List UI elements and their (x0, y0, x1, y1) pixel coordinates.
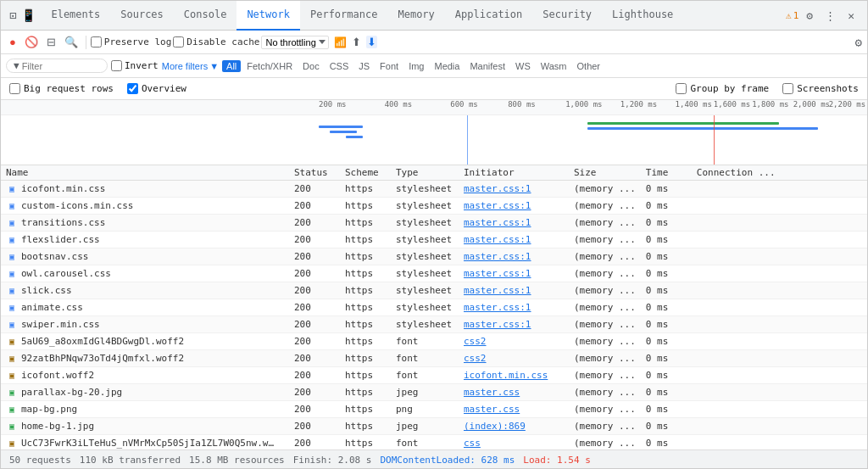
col-name[interactable]: Name (1, 165, 289, 181)
cell-scheme: https (340, 198, 391, 215)
filter-media-button[interactable]: Media (430, 60, 464, 72)
tab-elements[interactable]: Elements (41, 1, 110, 31)
disable-cache-checkbox[interactable] (173, 36, 184, 47)
table-row[interactable]: ▣home-bg-1.jpg200httpsjpeg(index):869(me… (1, 418, 867, 435)
big-rows-checkbox[interactable] (9, 83, 20, 94)
cell-initiator[interactable]: master.css:1 (459, 248, 569, 265)
col-size[interactable]: Size (569, 165, 641, 181)
cell-initiator[interactable]: icofont.min.css (459, 367, 569, 384)
disable-cache-checkbox-label[interactable]: Disable cache (173, 36, 259, 47)
col-connection[interactable]: Connection ... (692, 165, 867, 181)
tab-lighthouse[interactable]: Lighthouse (602, 1, 683, 31)
tab-console[interactable]: Console (174, 1, 237, 31)
tab-memory[interactable]: Memory (387, 1, 444, 31)
cell-initiator[interactable]: master.css:1 (459, 215, 569, 232)
cell-initiator[interactable]: master.css (459, 384, 569, 401)
cell-status: 200 (289, 316, 340, 333)
table-row[interactable]: ▣transitions.css200httpsstylesheetmaster… (1, 215, 867, 232)
upload-button[interactable]: ⬆ (348, 35, 364, 49)
tab-sources[interactable]: Sources (110, 1, 174, 31)
cell-initiator[interactable]: css2 (459, 333, 569, 350)
more-filters-button[interactable]: More filters ▼ (162, 61, 219, 71)
tab-performance[interactable]: Performance (300, 1, 387, 31)
table-row[interactable]: ▣map-bg.png200httpspngmaster.css(memory … (1, 401, 867, 418)
group-by-frame-checkbox[interactable] (676, 83, 687, 94)
tab-application[interactable]: Application (445, 1, 532, 31)
table-row[interactable]: ▣92zatBhPNqw73oTd4jQmfxl.woff2200httpsfo… (1, 350, 867, 367)
clear-button[interactable]: 🚫 (21, 35, 42, 49)
table-row[interactable]: ▣icofont.woff2200httpsfonticofont.min.cs… (1, 367, 867, 384)
big-rows-label[interactable]: Big request rows (9, 83, 114, 94)
cell-initiator[interactable]: css (459, 435, 569, 450)
table-row[interactable]: ▣5aU69_a8oxmIdGl4BDGwgDl.woff2200httpsfo… (1, 333, 867, 350)
table-row[interactable]: ▣slick.css200httpsstylesheetmaster.css:1… (1, 282, 867, 299)
device-icon[interactable]: 📱 (21, 8, 36, 22)
col-status[interactable]: Status (289, 165, 340, 181)
cell-initiator[interactable]: master.css (459, 401, 569, 418)
filter-all-button[interactable]: All (222, 60, 241, 72)
cell-initiator[interactable]: master.css:1 (459, 181, 569, 198)
preserve-log-checkbox[interactable] (91, 36, 102, 47)
filter-other-button[interactable]: Other (573, 60, 605, 72)
screenshots-label[interactable]: Screenshots (782, 83, 859, 94)
preserve-log-checkbox-label[interactable]: Preserve log (91, 36, 171, 47)
cell-initiator[interactable]: master.css:1 (459, 232, 569, 248)
group-by-frame-label[interactable]: Group by frame (676, 83, 769, 94)
filter-input[interactable] (22, 61, 90, 71)
cell-time: 0 ms (641, 401, 692, 418)
table-row[interactable]: ▣parallax-bg-20.jpg200httpsjpegmaster.cs… (1, 384, 867, 401)
settings-icon[interactable]: ⚙ (802, 7, 817, 25)
download-button[interactable]: ⬇ (366, 36, 377, 48)
filter-font-button[interactable]: Font (376, 60, 403, 72)
filter-fetchxhr-button[interactable]: Fetch/XHR (242, 60, 297, 72)
cell-initiator[interactable]: master.css:1 (459, 198, 569, 215)
table-row[interactable]: ▣flexslider.css200httpsstylesheetmaster.… (1, 232, 867, 248)
filter-doc-button[interactable]: Doc (298, 60, 324, 72)
col-initiator[interactable]: Initiator (459, 165, 569, 181)
timeline-bar-group1 (319, 126, 363, 128)
filter-toggle-button[interactable]: ⊟ (43, 35, 59, 49)
cell-initiator[interactable]: master.css:1 (459, 265, 569, 282)
col-time[interactable]: Time (641, 165, 692, 181)
filter-ws-button[interactable]: WS (511, 60, 535, 72)
filter-js-button[interactable]: JS (354, 60, 374, 72)
invert-checkbox[interactable] (111, 60, 122, 71)
col-scheme[interactable]: Scheme (340, 165, 391, 181)
cell-initiator[interactable]: master.css:1 (459, 316, 569, 333)
filter-css-button[interactable]: CSS (326, 60, 353, 72)
table-row[interactable]: ▣custom-icons.min.css200httpsstylesheetm… (1, 198, 867, 215)
col-type[interactable]: Type (391, 165, 459, 181)
table-row[interactable]: ▣animate.css200httpsstylesheetmaster.css… (1, 299, 867, 316)
table-row[interactable]: ▣swiper.min.css200httpsstylesheetmaster.… (1, 316, 867, 333)
search-button[interactable]: 🔍 (61, 35, 81, 49)
ruler-label-800: 800 ms (508, 100, 536, 109)
table-row[interactable]: ▣owl.carousel.css200httpsstylesheetmaste… (1, 265, 867, 282)
more-icon[interactable]: ⋮ (821, 7, 840, 25)
inspect-icon[interactable]: ⊡ (9, 8, 16, 22)
filter-manifest-button[interactable]: Manifest (465, 60, 509, 72)
tab-network[interactable]: Network (236, 1, 300, 31)
finish-time: Finish: 2.08 s (293, 455, 372, 466)
filter-wasm-button[interactable]: Wasm (537, 60, 571, 72)
overview-checkbox[interactable] (127, 83, 138, 94)
tab-security[interactable]: Security (532, 1, 602, 31)
cell-type: stylesheet (391, 215, 459, 232)
screenshots-checkbox[interactable] (782, 83, 793, 94)
settings-right-icon[interactable]: ⚙ (855, 36, 862, 49)
table-row[interactable]: ▣bootsnav.css200httpsstylesheetmaster.cs… (1, 248, 867, 265)
filter-img-button[interactable]: Img (404, 60, 428, 72)
record-button[interactable]: ● (6, 35, 19, 49)
network-table: Name Status Scheme Type Initiator Size T… (1, 165, 867, 449)
cell-initiator[interactable]: master.css:1 (459, 299, 569, 316)
cell-initiator[interactable]: css2 (459, 350, 569, 367)
table-row[interactable]: ▣UcC73FwrK3iLTeHuS_nVMrMxCp50SjIa1ZL7W0Q… (1, 435, 867, 450)
invert-checkbox-label[interactable]: Invert (111, 60, 159, 71)
table-row[interactable]: ▣icofont.min.css200httpsstylesheetmaster… (1, 181, 867, 198)
undock-icon[interactable]: ✕ (843, 7, 859, 25)
overview-label[interactable]: Overview (127, 83, 186, 94)
throttle-select[interactable]: No throttling Fast 3G Slow 3G Offline (261, 36, 329, 49)
cell-initiator[interactable]: (index):869 (459, 418, 569, 435)
cell-scheme: https (340, 367, 391, 384)
filter-bar: ▼ Invert More filters ▼ All Fetch/XHR Do… (1, 54, 867, 78)
cell-initiator[interactable]: master.css:1 (459, 282, 569, 299)
